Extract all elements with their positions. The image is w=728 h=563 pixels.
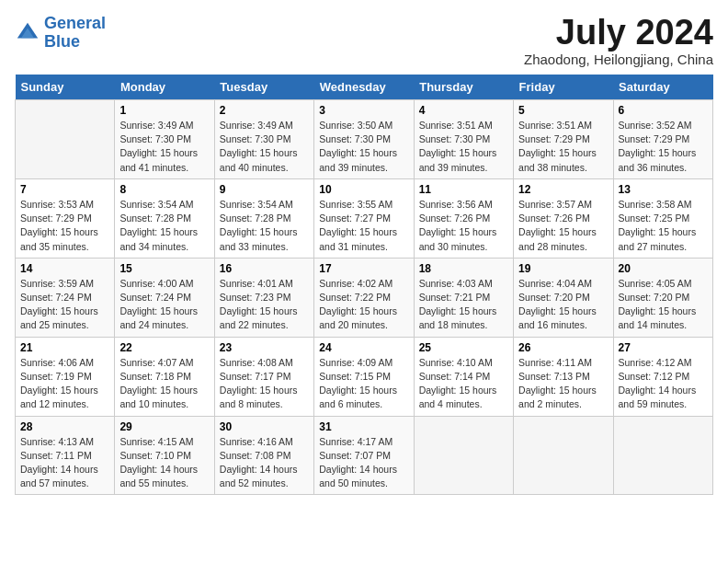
day-info: Sunrise: 4:09 AM Sunset: 7:15 PM Dayligh… — [319, 356, 408, 412]
day-number: 10 — [319, 183, 408, 196]
calendar-cell: 9Sunrise: 3:54 AM Sunset: 7:28 PM Daylig… — [214, 178, 313, 258]
calendar-cell: 22Sunrise: 4:07 AM Sunset: 7:18 PM Dayli… — [115, 337, 214, 416]
calendar-cell — [514, 416, 613, 495]
day-number: 24 — [319, 341, 408, 354]
calendar-cell: 2Sunrise: 3:49 AM Sunset: 7:30 PM Daylig… — [214, 100, 313, 179]
day-of-week-header: Wednesday — [314, 75, 414, 100]
day-of-week-header: Thursday — [414, 75, 513, 100]
calendar-cell: 6Sunrise: 3:52 AM Sunset: 7:29 PM Daylig… — [613, 100, 712, 179]
days-header-row: SundayMondayTuesdayWednesdayThursdayFrid… — [16, 75, 713, 100]
day-info: Sunrise: 3:54 AM Sunset: 7:28 PM Dayligh… — [119, 198, 209, 254]
calendar-cell: 18Sunrise: 4:03 AM Sunset: 7:21 PM Dayli… — [414, 258, 513, 337]
day-info: Sunrise: 4:13 AM Sunset: 7:11 PM Dayligh… — [20, 435, 109, 491]
day-of-week-header: Sunday — [16, 75, 115, 100]
calendar-cell — [16, 100, 115, 179]
day-info: Sunrise: 4:03 AM Sunset: 7:21 PM Dayligh… — [419, 277, 508, 333]
calendar-cell: 12Sunrise: 3:57 AM Sunset: 7:26 PM Dayli… — [514, 178, 613, 258]
calendar-cell: 13Sunrise: 3:58 AM Sunset: 7:25 PM Dayli… — [613, 178, 712, 258]
day-number: 18 — [419, 262, 508, 275]
calendar-cell: 4Sunrise: 3:51 AM Sunset: 7:30 PM Daylig… — [414, 100, 513, 179]
calendar-table: SundayMondayTuesdayWednesdayThursdayFrid… — [15, 75, 713, 495]
day-info: Sunrise: 3:51 AM Sunset: 7:29 PM Dayligh… — [518, 119, 608, 175]
day-number: 4 — [419, 104, 508, 117]
calendar-cell: 26Sunrise: 4:11 AM Sunset: 7:13 PM Dayli… — [514, 337, 613, 416]
day-info: Sunrise: 3:49 AM Sunset: 7:30 PM Dayligh… — [119, 119, 209, 175]
logo-line2: Blue — [44, 32, 80, 51]
day-number: 13 — [619, 183, 708, 196]
day-of-week-header: Saturday — [613, 75, 712, 100]
day-info: Sunrise: 4:16 AM Sunset: 7:08 PM Dayligh… — [220, 435, 309, 491]
calendar-cell: 21Sunrise: 4:06 AM Sunset: 7:19 PM Dayli… — [16, 337, 115, 416]
day-info: Sunrise: 3:54 AM Sunset: 7:28 PM Dayligh… — [220, 198, 309, 254]
logo-icon — [15, 20, 40, 46]
calendar-cell: 7Sunrise: 3:53 AM Sunset: 7:29 PM Daylig… — [16, 178, 115, 258]
day-number: 30 — [220, 420, 309, 433]
day-info: Sunrise: 4:04 AM Sunset: 7:20 PM Dayligh… — [518, 277, 608, 333]
calendar-cell: 30Sunrise: 4:16 AM Sunset: 7:08 PM Dayli… — [214, 416, 313, 495]
calendar-cell: 15Sunrise: 4:00 AM Sunset: 7:24 PM Dayli… — [115, 258, 214, 337]
day-info: Sunrise: 3:50 AM Sunset: 7:30 PM Dayligh… — [319, 119, 408, 175]
calendar-cell: 29Sunrise: 4:15 AM Sunset: 7:10 PM Dayli… — [115, 416, 214, 495]
day-info: Sunrise: 4:06 AM Sunset: 7:19 PM Dayligh… — [20, 356, 109, 412]
day-info: Sunrise: 4:17 AM Sunset: 7:07 PM Dayligh… — [319, 435, 408, 491]
calendar-cell: 1Sunrise: 3:49 AM Sunset: 7:30 PM Daylig… — [115, 100, 214, 179]
day-number: 14 — [20, 262, 109, 275]
logo: General Blue — [15, 15, 106, 52]
day-info: Sunrise: 4:00 AM Sunset: 7:24 PM Dayligh… — [119, 277, 209, 333]
day-number: 21 — [20, 341, 109, 354]
calendar-cell: 10Sunrise: 3:55 AM Sunset: 7:27 PM Dayli… — [314, 178, 414, 258]
day-info: Sunrise: 4:12 AM Sunset: 7:12 PM Dayligh… — [619, 356, 708, 412]
day-number: 27 — [619, 341, 708, 354]
calendar-cell: 24Sunrise: 4:09 AM Sunset: 7:15 PM Dayli… — [314, 337, 414, 416]
logo-text: General Blue — [44, 15, 106, 52]
day-number: 22 — [119, 341, 209, 354]
day-info: Sunrise: 3:57 AM Sunset: 7:26 PM Dayligh… — [518, 198, 608, 254]
day-of-week-header: Friday — [514, 75, 613, 100]
page-header: General Blue July 2024 Zhaodong, Heilong… — [15, 15, 713, 67]
day-number: 1 — [119, 104, 209, 117]
calendar-cell: 11Sunrise: 3:56 AM Sunset: 7:26 PM Dayli… — [414, 178, 513, 258]
day-number: 8 — [119, 183, 209, 196]
calendar-cell: 5Sunrise: 3:51 AM Sunset: 7:29 PM Daylig… — [514, 100, 613, 179]
calendar-cell: 20Sunrise: 4:05 AM Sunset: 7:20 PM Dayli… — [613, 258, 712, 337]
day-info: Sunrise: 4:02 AM Sunset: 7:22 PM Dayligh… — [319, 277, 408, 333]
calendar-week-row: 7Sunrise: 3:53 AM Sunset: 7:29 PM Daylig… — [16, 178, 713, 258]
day-of-week-header: Monday — [115, 75, 214, 100]
title-block: July 2024 Zhaodong, Heilongjiang, China — [524, 15, 713, 67]
day-number: 15 — [119, 262, 209, 275]
day-number: 26 — [518, 341, 608, 354]
day-info: Sunrise: 3:55 AM Sunset: 7:27 PM Dayligh… — [319, 198, 408, 254]
calendar-week-row: 14Sunrise: 3:59 AM Sunset: 7:24 PM Dayli… — [16, 258, 713, 337]
calendar-cell — [414, 416, 513, 495]
day-info: Sunrise: 3:58 AM Sunset: 7:25 PM Dayligh… — [619, 198, 708, 254]
day-number: 5 — [518, 104, 608, 117]
calendar-cell: 23Sunrise: 4:08 AM Sunset: 7:17 PM Dayli… — [214, 337, 313, 416]
calendar-week-row: 21Sunrise: 4:06 AM Sunset: 7:19 PM Dayli… — [16, 337, 713, 416]
day-number: 3 — [319, 104, 408, 117]
calendar-cell: 27Sunrise: 4:12 AM Sunset: 7:12 PM Dayli… — [613, 337, 712, 416]
day-info: Sunrise: 4:08 AM Sunset: 7:17 PM Dayligh… — [220, 356, 309, 412]
day-info: Sunrise: 4:05 AM Sunset: 7:20 PM Dayligh… — [619, 277, 708, 333]
day-number: 11 — [419, 183, 508, 196]
month-year: July 2024 — [524, 15, 713, 50]
calendar-cell: 25Sunrise: 4:10 AM Sunset: 7:14 PM Dayli… — [414, 337, 513, 416]
location: Zhaodong, Heilongjiang, China — [524, 52, 713, 67]
day-info: Sunrise: 4:10 AM Sunset: 7:14 PM Dayligh… — [419, 356, 508, 412]
day-info: Sunrise: 3:52 AM Sunset: 7:29 PM Dayligh… — [619, 119, 708, 175]
calendar-cell: 14Sunrise: 3:59 AM Sunset: 7:24 PM Dayli… — [16, 258, 115, 337]
day-number: 25 — [419, 341, 508, 354]
day-number: 19 — [518, 262, 608, 275]
day-number: 17 — [319, 262, 408, 275]
day-info: Sunrise: 3:56 AM Sunset: 7:26 PM Dayligh… — [419, 198, 508, 254]
day-info: Sunrise: 3:53 AM Sunset: 7:29 PM Dayligh… — [20, 198, 109, 254]
day-of-week-header: Tuesday — [214, 75, 313, 100]
day-number: 16 — [220, 262, 309, 275]
day-number: 23 — [220, 341, 309, 354]
day-number: 28 — [20, 420, 109, 433]
day-number: 6 — [619, 104, 708, 117]
day-number: 7 — [20, 183, 109, 196]
day-info: Sunrise: 4:01 AM Sunset: 7:23 PM Dayligh… — [220, 277, 309, 333]
logo-line1: General — [44, 14, 106, 32]
day-number: 31 — [319, 420, 408, 433]
day-number: 20 — [619, 262, 708, 275]
